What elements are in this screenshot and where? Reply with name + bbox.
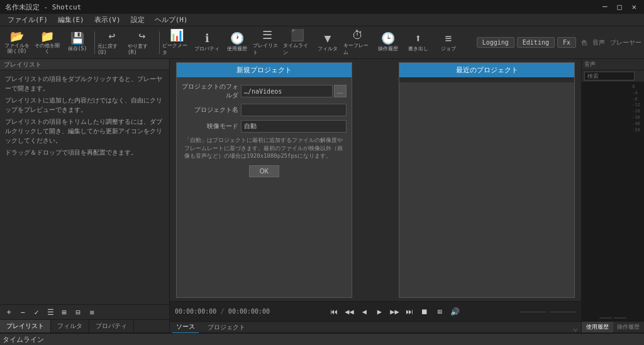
small-view-button[interactable]: ⊟ (72, 306, 84, 319)
mode-label: 映像モード (182, 122, 238, 131)
play-button[interactable]: ▶ (374, 306, 385, 317)
right-panel-header: 音声 (582, 59, 644, 70)
add-item-button[interactable]: + (3, 306, 15, 319)
operation-history-icon: 🕒 (381, 33, 395, 44)
logging-button[interactable]: Logging (477, 37, 514, 48)
export-button[interactable]: ⬆ 書き出し (404, 28, 433, 57)
menu-edit[interactable]: 編集(E) (53, 14, 89, 26)
left-panel-toolbar: + − ✓ ☰ ⊞ ⊟ ≡ (0, 304, 169, 319)
properties-button[interactable]: ℹ プロパティ (192, 28, 221, 57)
minimize-button[interactable]: ─ (600, 3, 609, 11)
undo-button[interactable]: ↩ 元に戻す(U) (97, 28, 126, 57)
right-bottom-tabs: 使用履歴 操作履歴 (582, 321, 644, 332)
open-other-button[interactable]: 📁 その他を開く (33, 28, 62, 57)
folder-input-row: … (241, 85, 347, 97)
volume-button[interactable]: 🔊 (449, 306, 460, 317)
name-label: プロジェクト名 (182, 106, 238, 114)
new-project-dialog: 新規プロジェクト プロジェクトのフォルダ … プロジェクト名 映 (176, 62, 352, 298)
recent-projects-dialog: 最近のプロジェクト (399, 62, 575, 298)
rewind-button[interactable]: ◀ (358, 306, 370, 317)
skip-end-button[interactable]: ⏭ (404, 306, 415, 317)
history-label: 使用履歴 (227, 45, 247, 52)
peak-meter-icon: 📊 (170, 30, 184, 41)
fx-button[interactable]: Fx (557, 37, 576, 48)
open-file-button[interactable]: 📂 ファイルを開く(O) (3, 28, 31, 57)
name-row: プロジェクト名 (182, 104, 347, 116)
tab-source[interactable]: ソース (172, 321, 199, 333)
playlist-label: プレイリスト (253, 42, 282, 56)
timeline-button[interactable]: ⬛ タイムライン (283, 28, 312, 57)
main-toolbar: 📂 ファイルを開く(O) 📁 その他を開く 💾 保存(S) ↩ 元に戻す(U) … (0, 26, 644, 59)
timeline-title: タイムライン (3, 335, 44, 344)
open-file-label: ファイルを開く(O) (3, 43, 31, 55)
folder-input[interactable] (241, 85, 333, 97)
menu-settings[interactable]: 設定 (126, 14, 150, 26)
peak-meter-button[interactable]: 📊 ピークメータ (162, 28, 191, 57)
filter-button[interactable]: ▼ フィルタ (313, 28, 342, 57)
detail-view-button[interactable]: ≡ (86, 306, 98, 319)
skip-start-button[interactable]: ⏮ (328, 306, 340, 317)
menu-view[interactable]: 表示(V) (89, 14, 126, 26)
instruction-2: プレイリストに追加した内容だけではなく、自由にクリップをプレビューできます。 (5, 96, 164, 114)
list-view-button[interactable]: ☰ (44, 306, 57, 319)
filter-label: フィルタ (318, 45, 338, 52)
tab-playlist[interactable]: プレイリスト (0, 320, 51, 332)
menu-file[interactable]: ファイル(F) (3, 14, 53, 26)
tab-filter[interactable]: フィルタ (51, 320, 89, 332)
new-project-body: プロジェクトのフォルダ … プロジェクト名 映像モード 「自 (177, 77, 352, 187)
grid-view-button[interactable]: ⊞ (58, 306, 70, 319)
tab-properties[interactable]: プロパティ (89, 320, 134, 332)
main-area: プレイリスト プレイリストの項目をダブルクリックすると、プレーヤーで開きます。 … (0, 59, 644, 332)
jobs-button[interactable]: ≡ ジョブ (434, 28, 463, 57)
fast-forward-button[interactable]: ▶▶ (389, 306, 400, 317)
collapse-button[interactable]: ⌄ (572, 321, 579, 333)
tab-operation-history[interactable]: 操作履歴 (613, 322, 645, 332)
instruction-1: プレイリストの項目をダブルクリックすると、プレーヤーで開きます。 (5, 74, 164, 93)
project-name-input[interactable] (241, 104, 347, 116)
open-other-icon: 📁 (40, 31, 54, 42)
titlebar: 名作未設定 - Shotcut ─ □ ✕ (0, 0, 644, 14)
window-controls[interactable]: ─ □ ✕ (600, 3, 639, 11)
redo-label: やり直す(R) (128, 43, 157, 55)
editing-button[interactable]: Editing (517, 37, 555, 48)
tab-usage-history[interactable]: 使用履歴 (582, 322, 613, 332)
stop-button[interactable]: ⏹ (419, 306, 430, 317)
total-time: 00:00:00:00 (228, 308, 270, 315)
folder-label: プロジェクトのフォルダ (182, 82, 238, 100)
close-button[interactable]: ✕ (630, 3, 639, 11)
playlist-button[interactable]: ☰ プレイリスト (253, 28, 282, 57)
app-title: 名作未設定 - Shotcut (5, 3, 81, 12)
meter-bar-right (614, 317, 626, 319)
undo-icon: ↩ (109, 30, 116, 41)
transport-bar: 00:00:00:00 / 00:00:00:00 ⏮ ◀◀ ◀ ▶ ▶▶ ⏭ … (170, 301, 581, 321)
operation-history-button[interactable]: 🕒 操作履歴 (374, 28, 402, 57)
menu-help[interactable]: ヘルプ(H) (150, 14, 193, 26)
save-button[interactable]: 💾 保存(S) (63, 28, 92, 57)
folder-row: プロジェクトのフォルダ … (182, 82, 347, 100)
ok-button[interactable]: OK (249, 165, 279, 177)
history-button[interactable]: 🕐 使用履歴 (223, 28, 252, 57)
search-input[interactable] (584, 72, 635, 80)
maximize-button[interactable]: □ (615, 3, 625, 11)
export-icon: ⬆ (415, 33, 422, 44)
check-button[interactable]: ✓ (30, 306, 43, 319)
history-icon: 🕐 (230, 33, 244, 44)
volume-meter: 0-4-8-12-20-30-40-50 (582, 82, 644, 321)
open-other-label: その他を開く (33, 43, 62, 55)
recent-projects-title: 最近のプロジェクト (399, 63, 574, 77)
folder-browse-button[interactable]: … (334, 85, 347, 97)
keyframe-button[interactable]: ⏱ キーフレーム (343, 28, 372, 57)
recent-projects-list (399, 77, 574, 82)
time-separator: / (220, 307, 225, 315)
redo-button[interactable]: ↪ やり直す(R) (128, 28, 157, 57)
audio-header: 音声 (584, 60, 596, 68)
instructions: プレイリストの項目をダブルクリックすると、プレーヤーで開きます。 プレイリストに… (0, 70, 169, 163)
operation-history-label: 操作履歴 (378, 45, 398, 52)
tab-project[interactable]: プロジェクト (204, 322, 249, 333)
prev-frame-button[interactable]: ◀◀ (343, 306, 355, 317)
instruction-3: プレイリストの項目をトリムしたり調整するには、ダブルクリックして開き、編集してか… (5, 117, 164, 145)
grid-button[interactable]: ⊞ (434, 306, 445, 317)
remove-item-button[interactable]: − (16, 306, 29, 319)
mode-input[interactable] (241, 120, 347, 133)
history-header (636, 60, 641, 68)
